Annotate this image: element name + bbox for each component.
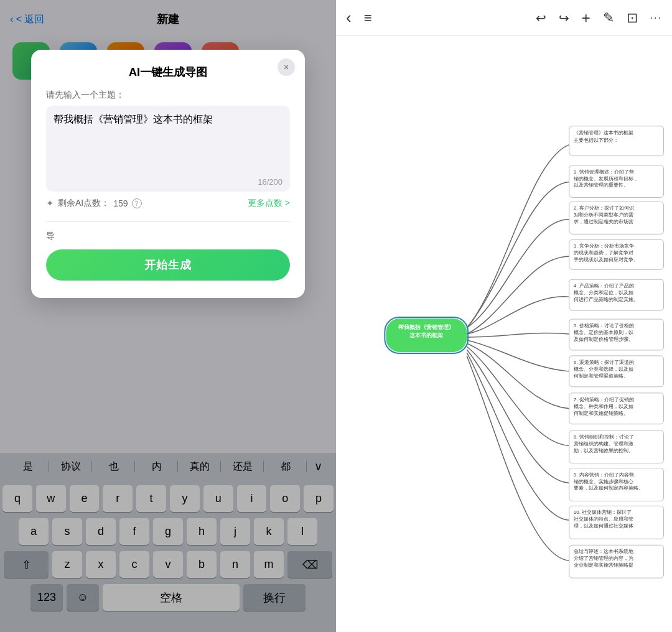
char-counter: 16/200 (258, 177, 282, 187)
modal-backdrop: × AI一键生成导图 请先输入一个主题： 帮我概括《营销管理》这本书的框架 16… (0, 0, 336, 632)
svg-text:10. 社交媒体营销：探讨了: 10. 社交媒体营销：探讨了 (574, 509, 632, 515)
svg-text:销的概念、发展历程和目标，: 销的概念、发展历程和目标， (573, 176, 638, 182)
svg-text:求，通过制定相关的市场营: 求，通过制定相关的市场营 (574, 219, 633, 225)
svg-text:概念、定价的基本原则，以: 概念、定价的基本原则，以 (574, 330, 633, 335)
svg-text:介绍了营销管理的内容，为: 介绍了营销管理的内容，为 (574, 555, 633, 561)
svg-text:概念、种类和作用，以及如: 概念、种类和作用，以及如 (574, 404, 633, 409)
svg-text:主要包括以下部分：: 主要包括以下部分： (574, 137, 618, 143)
svg-text:6. 渠道策略：探讨了渠道的: 6. 渠道策略：探讨了渠道的 (574, 360, 634, 365)
generate-button[interactable]: 开始生成 (46, 249, 290, 281)
svg-text:概念、分类和定位，以及如: 概念、分类和定位，以及如 (574, 290, 633, 295)
svg-text:何制定和实施促销策略。: 何制定和实施促销策略。 (574, 411, 628, 416)
toolbar-add-button[interactable]: + (582, 9, 590, 27)
svg-text:7. 促销策略：介绍了促销的: 7. 促销策略：介绍了促销的 (574, 397, 634, 402)
svg-text:励，以及营销效果的控制。: 励，以及营销效果的控制。 (574, 448, 633, 453)
svg-text:企业制定和实施营销策略提: 企业制定和实施营销策略提 (574, 562, 633, 568)
ai-points-prefix: 剩余AI点数： (58, 198, 110, 209)
left-panel: ‹ < 返回 新建 × AI一键生成导图 请先输入一个主题： 帮我概括《营销管理… (0, 0, 336, 632)
mindmap-area: 帮我概括《营销管理》 这本书的框架 《营销管理》这本书的框架 主要包括以下部分：… (336, 36, 672, 632)
toolbar-menu-button[interactable]: ≡ (364, 10, 372, 26)
svg-text:5. 价格策略：讨论了价格的: 5. 价格策略：讨论了价格的 (574, 323, 634, 328)
textarea-wrapper: 帮我概括《营销管理》这本书的框架 16/200 (46, 106, 290, 192)
ai-modal: × AI一键生成导图 请先输入一个主题： 帮我概括《营销管理》这本书的框架 16… (31, 50, 305, 298)
ai-points-value: 159 (113, 198, 128, 208)
template-label: 导 (46, 231, 290, 242)
svg-text:9. 内容营销：介绍了内容营: 9. 内容营销：介绍了内容营 (574, 472, 634, 478)
svg-text:2. 客户分析：探讨了如何识: 2. 客户分析：探讨了如何识 (574, 205, 634, 211)
svg-text:社交媒体的特点、应用和管: 社交媒体的特点、应用和管 (574, 516, 633, 522)
svg-text:《营销管理》这本书的框架: 《营销管理》这本书的框架 (574, 129, 633, 136)
svg-text:别和分析不同类型客户的需: 别和分析不同类型客户的需 (574, 212, 633, 218)
right-panel: ‹ ≡ ↩ ↪ + ✎ ⊡ ··· (336, 0, 672, 632)
toolbar-undo-button[interactable]: ↩ (536, 11, 546, 26)
ai-points-info-button[interactable]: ? (132, 198, 142, 208)
ai-points-icon: ✦ (46, 198, 54, 209)
toolbar-save-button[interactable]: ⊡ (627, 10, 638, 26)
modal-close-button[interactable]: × (278, 58, 295, 76)
toolbar-more-button[interactable]: ··· (650, 12, 662, 24)
svg-text:4. 产品策略：介绍了产品的: 4. 产品策略：介绍了产品的 (574, 283, 634, 289)
svg-text:1. 营销管理概述：介绍了营: 1. 营销管理概述：介绍了营 (574, 169, 634, 175)
svg-text:3. 竞争分析：分析市场竞争: 3. 竞争分析：分析市场竞争 (574, 243, 634, 249)
svg-text:销的概念、实施步骤和核心: 销的概念、实施步骤和核心 (573, 479, 633, 485)
modal-divider (46, 221, 290, 222)
modal-input-label: 请先输入一个主题： (46, 90, 290, 101)
toolbar-back-button[interactable]: ‹ (346, 8, 352, 27)
mindmap-svg: 帮我概括《营销管理》 这本书的框架 《营销管理》这本书的框架 主要包括以下部分：… (336, 36, 672, 632)
close-icon: × (284, 62, 289, 72)
svg-text:概念、分类和选择，以及如: 概念、分类和选择，以及如 (574, 366, 633, 372)
svg-text:何进行产品策略的制定实施。: 何进行产品策略的制定实施。 (574, 297, 638, 302)
svg-text:理，以及如何通过社交媒体: 理，以及如何通过社交媒体 (574, 523, 633, 529)
ai-points-row: ✦ 剩余AI点数： 159 ? 更多点数 > (46, 198, 290, 209)
svg-text:8. 营销组织和控制：讨论了: 8. 营销组织和控制：讨论了 (574, 434, 634, 440)
svg-text:要素，以及如何制定内容策略。: 要素，以及如何制定内容策略。 (574, 485, 643, 491)
more-points-link[interactable]: 更多点数 > (248, 198, 290, 209)
toolbar-redo-button[interactable]: ↪ (559, 11, 569, 26)
svg-text:营销组织的构建、管理和激: 营销组织的构建、管理和激 (574, 441, 633, 447)
svg-text:这本书的框架: 这本书的框架 (409, 332, 443, 338)
svg-text:总结与评述：这本书系统地: 总结与评述：这本书系统地 (573, 549, 633, 554)
svg-text:手的现状以及如何应对竞争。: 手的现状以及如何应对竞争。 (574, 257, 638, 263)
svg-text:帮我概括《营销管理》: 帮我概括《营销管理》 (398, 324, 454, 330)
toolbar-pen-button[interactable]: ✎ (603, 10, 614, 26)
modal-title: AI一键生成导图 (46, 65, 290, 80)
svg-text:以及营销管理的重要性。: 以及营销管理的重要性。 (574, 182, 628, 188)
theme-input[interactable]: 帮我概括《营销管理》这本书的框架 (54, 113, 282, 182)
svg-text:的现状和趋势，了解竞争对: 的现状和趋势，了解竞争对 (574, 250, 633, 256)
right-toolbar: ‹ ≡ ↩ ↪ + ✎ ⊡ ··· (336, 0, 672, 36)
svg-text:及如何制定价格管理步骤。: 及如何制定价格管理步骤。 (574, 337, 633, 342)
svg-text:何制定和管理渠道策略。: 何制定和管理渠道策略。 (574, 373, 628, 379)
